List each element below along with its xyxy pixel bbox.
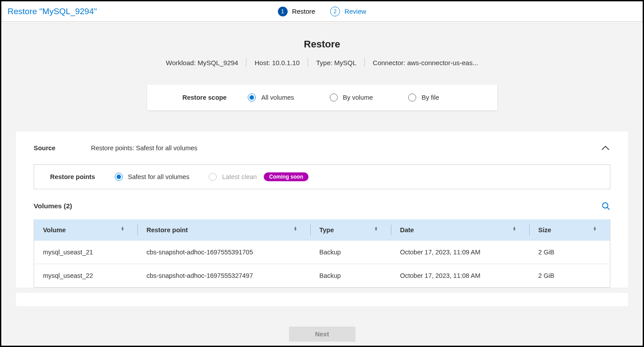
lower-panel xyxy=(16,293,628,306)
meta-workload: Workload: MySQL_9294 xyxy=(158,59,246,66)
radio-safest[interactable]: Safest for all volumes xyxy=(115,173,190,181)
step-restore[interactable]: 1 Restore xyxy=(278,7,316,16)
radio-all-volumes[interactable]: All volumes xyxy=(248,94,294,101)
step-number: 2 xyxy=(330,7,340,16)
col-volume[interactable]: Volume▲▼ xyxy=(34,219,138,241)
cell-volume: mysql_useast_22 xyxy=(34,264,138,288)
radio-icon xyxy=(115,173,123,181)
radio-icon xyxy=(330,94,338,101)
step-number: 1 xyxy=(278,7,288,16)
col-restore-point[interactable]: Restore point▲▼ xyxy=(138,219,311,241)
volumes-title: Volumes (2) xyxy=(34,202,72,210)
table-row[interactable]: mysql_useast_21 cbs-snapshot-adhoc-16975… xyxy=(34,241,610,264)
cell-restore-point: cbs-snapshot-adhoc-1697555327497 xyxy=(138,264,311,288)
volumes-table: Volume▲▼ Restore point▲▼ Type▲▼ Date▲▼ S… xyxy=(34,219,610,288)
step-review[interactable]: 2 Review xyxy=(330,7,366,16)
radio-by-file[interactable]: By file xyxy=(408,94,439,101)
table-header-row: Volume▲▼ Restore point▲▼ Type▲▼ Date▲▼ S… xyxy=(34,219,610,241)
svg-line-1 xyxy=(607,207,609,210)
next-button[interactable]: Next xyxy=(289,327,355,342)
search-button[interactable] xyxy=(601,202,610,211)
restore-points-box: Restore points Safest for all volumes La… xyxy=(34,164,610,189)
sort-icon: ▲▼ xyxy=(294,226,297,231)
cell-type: Backup xyxy=(311,241,391,264)
cell-volume: mysql_useast_21 xyxy=(34,241,138,264)
section-title: Restore xyxy=(3,39,641,50)
svg-point-0 xyxy=(603,203,608,208)
radio-by-volume[interactable]: By volume xyxy=(330,94,373,101)
radio-icon xyxy=(408,94,416,101)
cell-restore-point: cbs-snapshot-adhoc-1697555391705 xyxy=(138,241,311,264)
coming-soon-badge: Coming soon xyxy=(264,172,308,181)
cell-size: 2 GiB xyxy=(530,241,610,264)
search-icon xyxy=(601,202,610,211)
meta-connector: Connector: aws-connector-us-eas... xyxy=(365,59,486,66)
workload-meta: Workload: MySQL_9294 Host: 10.0.1.10 Typ… xyxy=(3,58,641,67)
source-panel: Source Restore points: Safest for all vo… xyxy=(16,132,628,288)
cell-size: 2 GiB xyxy=(530,264,610,288)
restore-scope-panel: Restore scope All volumes By volume By f… xyxy=(147,85,497,110)
wizard-steps: 1 Restore 2 Review xyxy=(1,7,643,16)
sort-icon: ▲▼ xyxy=(593,226,597,231)
sort-icon: ▲▼ xyxy=(513,226,516,231)
radio-icon xyxy=(209,173,217,181)
meta-host: Host: 10.0.1.10 xyxy=(246,59,308,66)
step-label: Review xyxy=(344,8,366,15)
radio-icon xyxy=(248,94,256,101)
col-date[interactable]: Date▲▼ xyxy=(391,219,530,241)
restore-scope-label: Restore scope xyxy=(147,94,248,101)
page-title[interactable]: Restore "MySQL_9294" xyxy=(8,7,97,16)
radio-latest-clean: Latest clean Coming soon xyxy=(209,172,308,181)
source-value: Restore points: Safest for all volumes xyxy=(91,144,197,152)
collapse-toggle[interactable] xyxy=(601,143,610,153)
step-label: Restore xyxy=(292,8,316,15)
source-label: Source xyxy=(34,144,55,152)
col-type[interactable]: Type▲▼ xyxy=(311,219,391,241)
sort-icon: ▲▼ xyxy=(121,226,125,231)
chevron-up-icon xyxy=(601,145,609,151)
col-size[interactable]: Size▲▼ xyxy=(530,219,610,241)
cell-date: October 17, 2023, 11:08 AM xyxy=(391,264,530,288)
sort-icon: ▲▼ xyxy=(375,226,378,231)
cell-date: October 17, 2023, 11:09 AM xyxy=(391,241,530,264)
meta-type: Type: MySQL xyxy=(308,59,364,66)
restore-points-label: Restore points xyxy=(50,173,95,180)
table-row[interactable]: mysql_useast_22 cbs-snapshot-adhoc-16975… xyxy=(34,264,610,288)
cell-type: Backup xyxy=(311,264,391,288)
